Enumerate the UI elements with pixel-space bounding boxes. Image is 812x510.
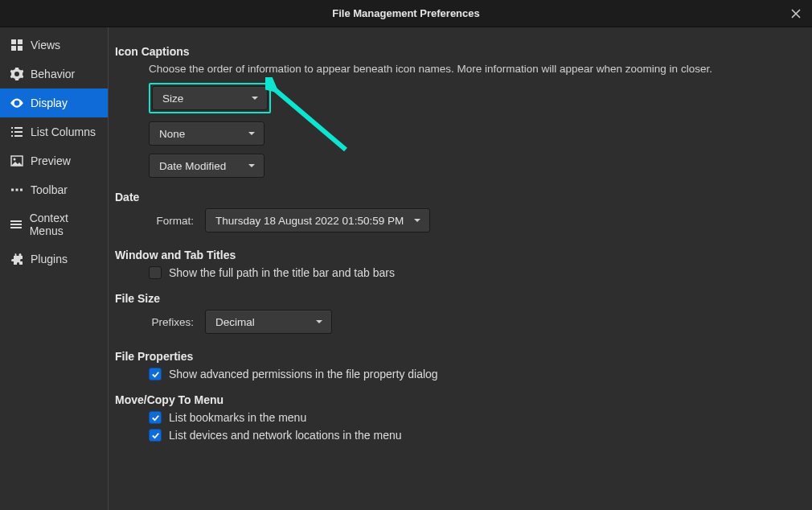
chevron-down-icon	[251, 93, 259, 105]
close-button[interactable]	[788, 6, 804, 22]
window-title: File Management Preferences	[332, 7, 480, 19]
menu-icon	[10, 217, 23, 232]
chevron-down-icon	[315, 316, 323, 328]
prefixes-label: Prefixes:	[149, 316, 194, 328]
svg-rect-3	[18, 46, 23, 51]
bookmarks-label: List bookmarks in the menu	[169, 411, 306, 424]
svg-rect-7	[14, 131, 23, 133]
svg-rect-1	[18, 39, 23, 44]
combo-value: Date Modified	[159, 160, 226, 172]
chevron-down-icon	[248, 160, 256, 172]
date-format-combo[interactable]: Thursday 18 August 2022 01:50:59 PM	[205, 208, 430, 232]
titlebar: File Management Preferences	[0, 0, 812, 27]
prefixes-combo[interactable]: Decimal	[205, 310, 332, 334]
sidebar-item-label: Display	[31, 97, 68, 109]
eye-icon	[10, 96, 24, 110]
grid-icon	[10, 38, 24, 52]
sidebar-item-label: Plugins	[31, 253, 68, 265]
svg-rect-5	[14, 127, 23, 129]
move-copy-heading: Move/Copy To Menu	[115, 393, 794, 406]
svg-rect-16	[10, 224, 22, 225]
file-size-heading: File Size	[115, 292, 794, 305]
window-tab-heading: Window and Tab Titles	[115, 249, 794, 261]
sidebar-item-toolbar[interactable]: Toolbar	[0, 175, 108, 204]
svg-rect-2	[11, 46, 16, 51]
devices-checkbox[interactable]	[149, 429, 162, 442]
list-icon	[10, 125, 24, 139]
svg-rect-0	[11, 39, 16, 44]
sidebar-item-label: List Columns	[31, 125, 96, 138]
caption-combo-1[interactable]: Size	[152, 86, 268, 110]
icon-captions-heading: Icon Captions	[115, 45, 794, 58]
svg-rect-14	[20, 189, 23, 191]
caption-combo-2[interactable]: None	[149, 121, 265, 146]
sidebar-item-display[interactable]: Display	[0, 88, 108, 117]
date-format-label: Format:	[149, 215, 194, 227]
svg-rect-9	[14, 135, 23, 137]
svg-rect-4	[11, 127, 13, 129]
svg-rect-6	[11, 131, 13, 133]
image-icon	[10, 154, 24, 168]
chevron-down-icon	[413, 215, 421, 227]
sidebar-item-label: Behavior	[31, 68, 75, 80]
svg-rect-15	[10, 220, 22, 222]
sidebar-item-label: Views	[31, 39, 60, 51]
advanced-perms-label: Show advanced permissions in the file pr…	[169, 368, 438, 380]
sidebar-item-views[interactable]: Views	[0, 31, 108, 60]
sidebar-item-behavior[interactable]: Behavior	[0, 60, 108, 88]
bookmarks-checkbox[interactable]	[149, 411, 162, 424]
content-pane: Icon Captions Choose the order of inform…	[109, 27, 812, 510]
combo-value: Thursday 18 August 2022 01:50:59 PM	[215, 215, 404, 227]
sidebar: Views Behavior Display List Columns Prev…	[0, 27, 109, 510]
svg-rect-17	[10, 227, 22, 228]
combo-value: Size	[162, 93, 183, 105]
full-path-label: Show the full path in the title bar and …	[169, 266, 395, 279]
dots-icon	[10, 183, 24, 197]
svg-point-11	[14, 158, 16, 161]
combo-value: Decimal	[215, 316, 255, 328]
combo-value: None	[159, 128, 185, 140]
sidebar-item-label: Toolbar	[31, 183, 68, 196]
sidebar-item-list-columns[interactable]: List Columns	[0, 117, 108, 146]
svg-rect-13	[16, 189, 18, 191]
sidebar-item-plugins[interactable]: Plugins	[0, 245, 108, 274]
sidebar-item-context-menus[interactable]: Context Menus	[0, 204, 108, 245]
icon-captions-desc: Choose the order of information to appea…	[149, 63, 794, 75]
chevron-down-icon	[248, 128, 256, 140]
full-path-checkbox[interactable]	[149, 266, 162, 279]
svg-rect-8	[11, 135, 13, 137]
sidebar-item-preview[interactable]: Preview	[0, 146, 108, 175]
advanced-perms-checkbox[interactable]	[149, 368, 162, 380]
puzzle-icon	[10, 252, 24, 266]
annotation-highlight: Size	[149, 83, 271, 113]
svg-rect-12	[11, 189, 14, 191]
file-props-heading: File Properties	[115, 350, 794, 363]
gear-icon	[10, 67, 24, 81]
sidebar-item-label: Preview	[31, 154, 71, 167]
devices-label: List devices and network locations in th…	[169, 429, 402, 442]
sidebar-item-label: Context Menus	[30, 212, 100, 237]
date-heading: Date	[115, 191, 794, 204]
caption-combo-3[interactable]: Date Modified	[149, 154, 265, 178]
